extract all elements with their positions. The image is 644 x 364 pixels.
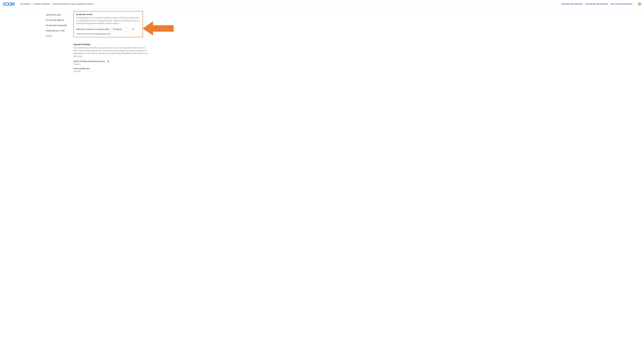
svg-point-0	[6, 3, 8, 6]
invite-language-label: Selecionar o idioma do e-mail para edita…	[76, 28, 109, 30]
nav-realizar-reuniao[interactable]: REALIZAR UMA REUNIÃO	[611, 3, 634, 5]
nav-realizar-label: REALIZAR UMA REUNIÃO	[611, 3, 632, 5]
left-gutter	[0, 8, 40, 75]
svg-point-1	[9, 3, 12, 6]
pencil-icon[interactable]	[132, 28, 134, 30]
avatar[interactable]	[638, 2, 642, 6]
settings-main: E-mail de Convite Os participantes de su…	[70, 11, 197, 75]
nav-contato[interactable]: ENTRE EM CONTATO COM A EQUIPE DE VENDAS	[52, 3, 94, 5]
tab-em-reuniao-basico[interactable]: Em Reunião (Básico)	[46, 18, 70, 23]
content: Agendar Reunião Em Reunião (Básico) Em R…	[40, 8, 644, 75]
nav-entrar-reuniao[interactable]: ENTRAR EM UMA REUNIÃO	[585, 3, 608, 5]
assign-privilege-row: Atribuir privilégio de agendamento para	[74, 60, 151, 62]
schedule-privilege-title: Agendar Privilégio	[74, 43, 151, 46]
brand-logo[interactable]	[2, 2, 16, 6]
invite-language-value: Portuguese	[113, 28, 122, 30]
plus-icon[interactable]	[107, 60, 109, 62]
can-schedule-label: Posso agendar para	[74, 68, 90, 70]
nav-right: AGENDAR UMA REUNIÃO ENTRAR EM UMA REUNIÃ…	[561, 2, 642, 6]
settings-tabs: Agendar Reunião Em Reunião (Básico) Em R…	[40, 11, 70, 75]
nav-planos[interactable]: PLANOS E PREÇOS	[34, 3, 50, 5]
send-preview-link[interactable]: Enviar um e-mail de visualização para mi…	[76, 33, 140, 35]
assign-privilege-label: Atribuir privilégio de agendamento para	[74, 60, 105, 62]
chevron-down-icon	[633, 4, 634, 4]
annotation-arrow-icon	[143, 21, 174, 36]
can-schedule-value: Ninguém	[74, 70, 151, 72]
tab-notificacao-email[interactable]: Notificação por e-mail	[46, 28, 70, 33]
nav-solucoes[interactable]: SOLUÇÕES	[20, 3, 31, 5]
can-schedule-row: Posso agendar para	[74, 68, 151, 70]
invite-language-row: Selecionar o idioma do e-mail para edita…	[76, 27, 140, 31]
invite-email-desc: Os participantes de sua reunião receberã…	[76, 16, 140, 25]
nav-left: SOLUÇÕES PLANOS E PREÇOS ENTRE EM CONTAT…	[20, 3, 94, 5]
top-header: SOLUÇÕES PLANOS E PREÇOS ENTRE EM CONTAT…	[0, 0, 644, 8]
chevron-down-icon	[30, 4, 31, 4]
assign-privilege-value: Ninguém	[74, 63, 151, 65]
invite-email-highlight: E-mail de Convite Os participantes de su…	[74, 11, 143, 37]
tab-agendar-reuniao[interactable]: Agendar Reunião	[46, 12, 70, 18]
invite-email-title: E-mail de Convite	[76, 13, 140, 16]
invite-language-select[interactable]: Portuguese	[111, 27, 130, 31]
tab-em-reuniao-avancado[interactable]: Em Reunião (Avançado)	[46, 23, 70, 28]
schedule-privilege-desc: Você pode atribuir permissões para que u…	[74, 46, 151, 58]
tab-outros[interactable]: Outros	[46, 33, 70, 38]
page-body: Agendar Reunião Em Reunião (Básico) Em R…	[0, 8, 644, 75]
chevron-down-icon	[125, 29, 126, 30]
nav-solucoes-label: SOLUÇÕES	[20, 3, 30, 5]
schedule-privilege-section: Agendar Privilégio Você pode atribuir pe…	[74, 43, 151, 72]
nav-agendar-reuniao[interactable]: AGENDAR UMA REUNIÃO	[561, 3, 583, 5]
